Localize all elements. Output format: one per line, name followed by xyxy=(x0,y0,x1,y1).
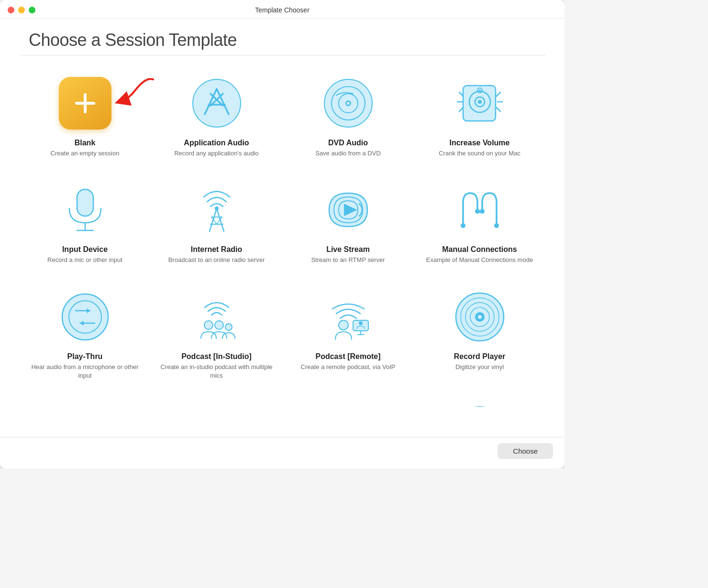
svg-point-35 xyxy=(215,207,219,210)
template-podcast-remote[interactable]: Podcast [Remote] Create a remote podcast… xyxy=(282,279,414,394)
vinyl-record-icon xyxy=(454,291,506,343)
increase-volume-name: Increase Volume xyxy=(450,139,510,147)
template-partial-2[interactable] xyxy=(151,394,282,425)
svg-line-25 xyxy=(497,108,500,111)
manual-connections-desc: Example of Manual Connections mode xyxy=(426,256,533,264)
choose-button[interactable]: Choose xyxy=(498,443,553,459)
svg-point-47 xyxy=(215,321,223,329)
partial-2-icon xyxy=(190,403,243,407)
svg-point-46 xyxy=(204,321,213,329)
podcast-remote-icon xyxy=(322,291,375,343)
template-increase-volume[interactable]: Increase Volume Crank the sound on your … xyxy=(414,65,545,172)
svg-point-37 xyxy=(461,223,465,228)
internet-radio-desc: Broadcast to an online radio server xyxy=(168,256,265,264)
svg-point-17 xyxy=(478,100,482,104)
template-dvd-audio[interactable]: DVD Audio Save audio from a DVD xyxy=(282,65,414,172)
playthru-icon-container xyxy=(56,288,114,346)
record-player-name: Record Player xyxy=(454,352,506,361)
podcast-remote-desc: Create a remote podcast, via VoIP xyxy=(301,363,396,371)
live-stream-icon xyxy=(322,184,375,236)
close-button[interactable] xyxy=(8,7,14,13)
app-audio-desc: Record any application's audio xyxy=(174,149,259,158)
template-partial-1[interactable] xyxy=(19,394,151,425)
template-podcast-instudio[interactable]: Podcast [In-Studio] Create an in-studio … xyxy=(151,279,282,394)
input-device-desc: Record a mic or other input xyxy=(47,256,122,264)
partial2-icon-container xyxy=(190,403,243,407)
template-record-player[interactable]: Record Player Digitize your vinyl xyxy=(414,279,545,394)
app-audio-icon-container xyxy=(188,75,245,132)
input-device-name: Input Device xyxy=(62,245,108,254)
minimize-button[interactable] xyxy=(18,7,25,13)
template-grid: Blank Create an empty session xyxy=(0,55,564,437)
maximize-button[interactable] xyxy=(29,7,35,13)
speaker-icon xyxy=(454,77,506,130)
plus-icon xyxy=(71,89,100,118)
live-stream-desc: Stream to an RTMP server xyxy=(311,256,385,264)
blank-desc: Create an empty session xyxy=(51,149,120,158)
dvd-audio-desc: Save audio from a DVD xyxy=(315,149,381,158)
svg-point-49 xyxy=(339,320,348,330)
play-thru-name: Play-Thru xyxy=(67,352,103,361)
app-audio-name: Application Audio xyxy=(184,139,249,147)
template-input-device[interactable]: Input Device Record a mic or other input xyxy=(19,172,151,278)
svg-point-38 xyxy=(494,223,499,228)
svg-point-19 xyxy=(479,89,481,91)
template-app-audio[interactable]: Application Audio Record any application… xyxy=(151,65,282,172)
window-title: Template Chooser xyxy=(255,6,310,14)
blank-name: Blank xyxy=(75,139,96,147)
microphone-icon xyxy=(59,184,111,236)
play-thru-icon xyxy=(59,291,111,343)
podcast-remote-name: Podcast [Remote] xyxy=(315,352,380,361)
podcast-instudio-desc: Create an in-studio podcast with multipl… xyxy=(158,363,275,380)
template-blank[interactable]: Blank Create an empty session xyxy=(19,65,151,172)
vinyl-icon-container xyxy=(451,288,509,346)
svg-point-13 xyxy=(347,102,350,105)
manual-connections-name: Manual Connections xyxy=(442,245,517,254)
partial1-icon-container xyxy=(59,403,111,407)
svg-point-59 xyxy=(478,315,482,319)
partial-3-icon xyxy=(322,403,375,407)
template-manual-connections[interactable]: Manual Connections Example of Manual Con… xyxy=(414,172,545,278)
speaker-icon-container xyxy=(451,75,509,132)
internet-radio-name: Internet Radio xyxy=(191,245,243,254)
partial3-icon-container xyxy=(322,403,375,407)
svg-point-53 xyxy=(359,321,363,325)
titlebar: Template Chooser xyxy=(0,0,564,19)
mic-icon-container xyxy=(56,181,114,239)
dvd-audio-name: DVD Audio xyxy=(328,139,368,147)
main-window: Template Chooser Choose a Session Templa… xyxy=(0,0,564,468)
page-header: Choose a Session Template xyxy=(0,19,564,55)
svg-line-23 xyxy=(497,92,500,96)
podcast-studio-icon-container xyxy=(188,288,245,346)
app-store-icon xyxy=(190,77,243,130)
template-live-stream[interactable]: Live Stream Stream to an RTMP server xyxy=(282,172,414,278)
podcast-remote-icon-container xyxy=(320,288,377,346)
live-stream-name: Live Stream xyxy=(326,245,370,254)
window-controls xyxy=(8,7,35,13)
svg-point-3 xyxy=(193,79,241,127)
template-partial-4[interactable] xyxy=(414,394,545,425)
play-thru-desc: Hear audio from a microphone or other in… xyxy=(27,363,143,380)
footer: Choose xyxy=(0,437,564,468)
partial4-icon-container xyxy=(454,403,506,407)
increase-volume-desc: Crank the sound on your Mac xyxy=(439,149,520,158)
manual-icon-container xyxy=(451,181,509,239)
partial-4-icon xyxy=(454,403,506,407)
template-play-thru[interactable]: Play-Thru Hear audio from a microphone o… xyxy=(19,279,151,394)
svg-point-48 xyxy=(225,324,232,330)
partial-1-icon xyxy=(59,403,111,407)
manual-connections-icon xyxy=(454,184,506,236)
dvd-icon-container xyxy=(320,75,377,132)
podcast-studio-icon xyxy=(190,291,243,343)
blank-icon-container xyxy=(56,75,114,132)
podcast-instudio-name: Podcast [In-Studio] xyxy=(181,352,252,361)
radio-tower-icon xyxy=(190,184,243,236)
page-title: Choose a Session Template xyxy=(29,30,536,50)
record-player-desc: Digitize your vinyl xyxy=(455,363,504,371)
template-partial-3[interactable] xyxy=(282,394,414,425)
blank-icon-wrapper xyxy=(59,77,111,130)
template-internet-radio[interactable]: Internet Radio Broadcast to an online ra… xyxy=(151,172,282,278)
svg-rect-26 xyxy=(77,189,93,216)
stream-icon-container xyxy=(320,181,377,239)
dvd-disc-icon xyxy=(322,77,375,130)
